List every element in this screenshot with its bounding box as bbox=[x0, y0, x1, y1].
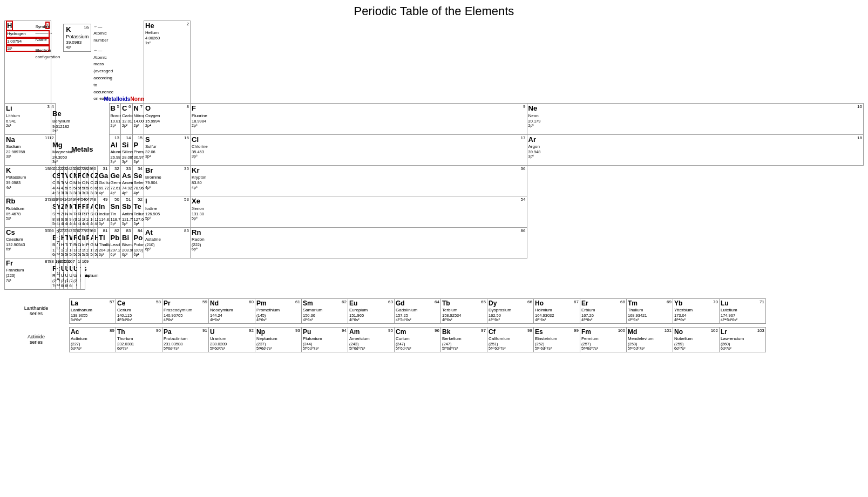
lanthanide-series-label: Lanthanideseries bbox=[4, 305, 68, 316]
element-Li: 3Li Lithium6.9412s¹ bbox=[5, 104, 51, 134]
element-C: 6C Carbon12.0112p² bbox=[121, 104, 133, 134]
element-Sb: 51SbAntimony121.755p³ bbox=[121, 196, 133, 227]
element-Ac: 89AcActinium(227)6d¹7s² bbox=[70, 327, 116, 352]
element-Fm: 100FmFermium(257)5f¹²6d⁰7s² bbox=[580, 327, 627, 352]
element-Md: 101MdMendelevium(258)5f¹³6d⁰7s² bbox=[627, 327, 673, 352]
element-Np: 93NpNeptunium(237)5f⁴6d¹7s² bbox=[255, 327, 302, 352]
element-Cd: 48CdCadmium112.4114d¹⁰5s² bbox=[93, 196, 98, 227]
element-Yb: 70YbYtterbium173.044f¹⁴6s² bbox=[673, 298, 720, 323]
actinide-section: Actinideseries 89AcActinium(227)6d¹7s²90… bbox=[4, 327, 864, 352]
element-Be: 4Be Beryllium9.0121822s² bbox=[51, 104, 56, 134]
config-arrow: Electron bbox=[35, 47, 51, 54]
element-No: 102NoNobelium(259)6d⁰7s² bbox=[673, 327, 720, 352]
element-Uns: 107UnsUnnilseptium(262) bbox=[72, 258, 77, 289]
element-Fr: 87FrFrancium(223)7s¹ bbox=[5, 258, 51, 289]
element-In: 49InIndium114.825p¹ bbox=[98, 196, 110, 227]
element-Mg: 12Mg Magnesium24.30503s² bbox=[51, 134, 56, 165]
element-Sn: 50SnTin118.7105p² bbox=[109, 196, 121, 227]
element-Er: 68ErErbium167.264f¹²6s² bbox=[580, 298, 627, 323]
header-area: Metalloids Nonmetals bbox=[98, 21, 144, 104]
element-Pb: 82PbLead207.26p² bbox=[109, 227, 121, 258]
element-Th: 90ThThorium232.03816d²7s² bbox=[116, 327, 162, 352]
lanthanide-row: 57LaLanthanum138.90555d¹6s²58CeCerium140… bbox=[70, 298, 766, 323]
element-N: 7N Nitrogen14.00672p³ bbox=[132, 104, 144, 134]
element-Lu: 71LuLutetium174.9674f¹⁴5d¹6s² bbox=[720, 298, 766, 323]
element-He: 2 He Helium 4.00260 1s² bbox=[144, 21, 191, 104]
element-Pm: 61PmPromethium(145)4f⁵6s² bbox=[255, 298, 302, 323]
element-Es: 99EsEinsteinium(252)5f¹¹6d⁰7s² bbox=[534, 327, 580, 352]
element-Pr: 59PrPraseodymium140.907654f³6s² bbox=[162, 298, 209, 323]
element-Gd: 64GdGadolinium157.254f⁷5d¹6s² bbox=[395, 298, 441, 323]
name-arrow: Name bbox=[35, 37, 46, 43]
element-K: 19KPotassium39.09834s¹ bbox=[5, 166, 51, 196]
element-Rb: 37RbRubidium85.46785s¹ bbox=[5, 196, 51, 227]
element-Eu: 63EuEuropium151.9654f⁷6s² bbox=[348, 298, 395, 323]
row3-metals-label: Metals bbox=[55, 134, 109, 165]
row7-spacer bbox=[85, 258, 527, 289]
element-As: 33AsArsenic74.921594p³ bbox=[121, 166, 133, 196]
element-Se: 34SeSelenium78.964p⁴ bbox=[132, 166, 144, 196]
element-Pu: 94PuPlutonium(244)5f⁶6d⁰7s² bbox=[302, 327, 348, 352]
element-B: 5B Boron10.812p¹ bbox=[109, 104, 121, 134]
element-Dy: 66DyDysprosium162.504f¹⁰6s² bbox=[487, 298, 534, 323]
element-Ba: 56BaBarium137.3276s² bbox=[51, 227, 56, 258]
element-Ne: 10Ne Neon20.1792p⁶ bbox=[527, 104, 864, 134]
element-O: 8O Oxygen15.99942p⁴ bbox=[144, 104, 191, 134]
element-109: 109 bbox=[80, 258, 85, 289]
element-S: 16S Sulfur32.063p⁴ bbox=[144, 134, 191, 165]
element-Kr: 36KrKrypton83.804p⁶ bbox=[191, 166, 527, 196]
lanthanide-table: 57LaLanthanum138.90555d¹6s²58CeCerium140… bbox=[69, 298, 766, 324]
element-U: 92UUranium238.02895f³6d¹7s² bbox=[209, 327, 255, 352]
element-Xe: 54XeXenon131.305p⁶ bbox=[191, 196, 527, 227]
element-La: 57LaLanthanum138.90555d¹6s² bbox=[70, 298, 116, 323]
actinide-row: 89AcActinium(227)6d¹7s²90ThThorium232.03… bbox=[70, 327, 766, 352]
element-Bk: 97BkBerkelium(247)5f⁹6d⁰7s² bbox=[441, 327, 487, 352]
element-Rn: 86RnRadon(222)6p⁶ bbox=[191, 227, 527, 258]
element-Hg: 80HgMercury200.595d¹⁰6s² bbox=[93, 227, 98, 258]
page-title: Periodic Table of the Elements bbox=[4, 4, 864, 18]
element-Ge: 32GeGermanium72.614p² bbox=[109, 166, 121, 196]
element-Ar: 18Ar Argon39.9483p⁶ bbox=[527, 134, 864, 165]
element-Po: 84PoPolonium(209)6p⁴ bbox=[132, 227, 144, 258]
element-At: 85AtAstatine(210)6p⁵ bbox=[144, 227, 191, 258]
element-Al: 13Al Aluminum26.98153p¹ bbox=[109, 134, 121, 165]
element-Ce: 58CeCerium140.1154f¹5d¹6s² bbox=[116, 298, 162, 323]
config-arrow2: configuration bbox=[35, 55, 60, 59]
element-P: 15P Phosphorus30.97383p³ bbox=[132, 134, 144, 165]
element-Sm: 62SmSamarium150.364f⁶6s² bbox=[302, 298, 348, 323]
row2-spacer bbox=[55, 104, 109, 134]
periodic-table-container: 1 H Hydrogen 1.00794 1s¹ Symbol ———→ bbox=[4, 21, 864, 290]
element-Cl: 17Cl Chlorine35.4533p⁵ bbox=[191, 134, 527, 165]
element-Tb: 65TbTerbium158.925344f⁹6s² bbox=[441, 298, 487, 323]
legend-area: Symbol ———→ Name Electron configuration bbox=[51, 21, 98, 104]
element-Ho: 67HoHolmium164.930324f¹¹6s² bbox=[534, 298, 580, 323]
actinide-series-label: Actinideseries bbox=[4, 334, 68, 345]
element-I: 53IIodine126.9055p⁵ bbox=[144, 196, 191, 227]
metalloids-label: Metalloids bbox=[104, 96, 131, 103]
element-Am: 95AmAmericium(243)5f⁷6d⁰7s² bbox=[348, 327, 395, 352]
element-Br: 35BrBromine79.9044p⁵ bbox=[144, 166, 191, 196]
element-Zn: 30ZnZinc65.393d¹⁰4s² bbox=[93, 166, 98, 196]
element-Cs: 55CsCaesium132.905436s¹ bbox=[5, 227, 51, 258]
element-Si: 14Si Silicon28.08553p² bbox=[121, 134, 133, 165]
element-Nd: 60NdNeodymium144.244f⁴6s² bbox=[209, 298, 255, 323]
element-Ga: 31GaGallium69.7234p¹ bbox=[98, 166, 110, 196]
element-Lr: 103LrLawrencium(260)6d¹7s² bbox=[720, 327, 766, 352]
element-Cm: 96CmCurium(247)5f⁷6d¹7s² bbox=[395, 327, 441, 352]
page-container: Periodic Table of the Elements 1 H Hydro… bbox=[4, 4, 864, 352]
element-Tl: 81TlThallium204.38336p¹ bbox=[98, 227, 110, 258]
element-Na: 11Na Sodium22.9897683s¹ bbox=[5, 134, 51, 165]
symbol-arrow: Symbol ———→ bbox=[35, 24, 59, 37]
element-Bi: 83BiBismuth208.980376p³ bbox=[121, 227, 133, 258]
element-F: 9F Fluorine18.99842p⁵ bbox=[191, 104, 527, 134]
periodic-table: 1 H Hydrogen 1.00794 1s¹ Symbol ———→ bbox=[4, 21, 864, 290]
element-Pa: 91PaProtactinium231.035885f²6d¹7s² bbox=[162, 327, 209, 352]
element-Tm: 69TmThulium168.934214f¹³6s² bbox=[627, 298, 673, 323]
element-Cf: 98CfCalifornium(251)5f¹⁰6d⁰7s² bbox=[487, 327, 534, 352]
element-Te: 52TeTellurium127.605p⁴ bbox=[132, 196, 144, 227]
element-108: 108 bbox=[76, 258, 80, 289]
actinide-table: 89AcActinium(227)6d¹7s²90ThThorium232.03… bbox=[69, 327, 766, 352]
lanthanide-section: Lanthanideseries 57LaLanthanum138.90555d… bbox=[4, 298, 864, 324]
